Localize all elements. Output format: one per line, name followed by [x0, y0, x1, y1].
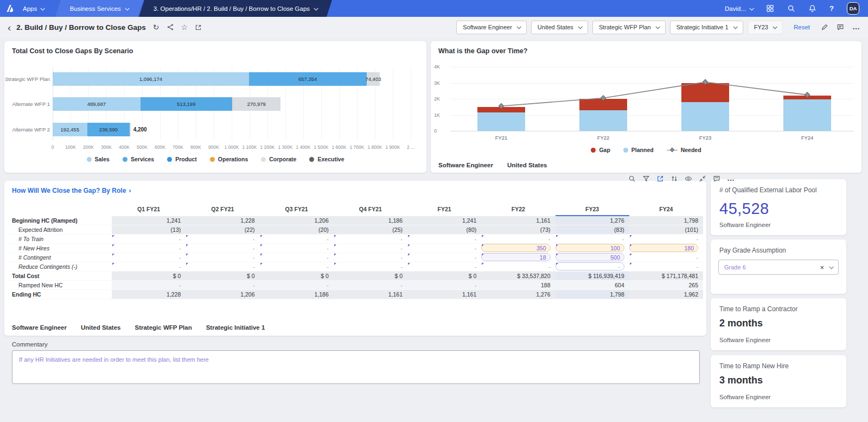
user-avatar[interactable]: DA: [847, 2, 859, 15]
present-icon[interactable]: [195, 24, 202, 31]
grid-cell[interactable]: -: [481, 262, 555, 271]
grid-cell[interactable]: -: [112, 244, 186, 253]
grid-cell[interactable]: -: [186, 253, 259, 262]
grid-cell[interactable]: 350: [481, 244, 555, 253]
filter-chip-strategic-initiative-1[interactable]: Strategic Initiative 1: [670, 21, 743, 34]
column-header-q4-fy21[interactable]: Q4 FY21: [334, 206, 407, 216]
app-switcher-icon[interactable]: [766, 4, 774, 12]
grid-cell[interactable]: -: [629, 235, 703, 243]
chevron-down-icon: [733, 24, 737, 29]
grid-cell[interactable]: -: [260, 262, 334, 271]
grid-cell[interactable]: 18: [481, 253, 555, 262]
grid-export-icon[interactable]: [656, 175, 664, 182]
column-header-q3-fy21[interactable]: Q3 FY21: [260, 206, 334, 216]
grid-filter-icon[interactable]: [642, 175, 650, 182]
bar-segment: 238,590: [87, 123, 130, 136]
kpi-card-pay-grade: Pay Grade Assumption Grade 6 ×: [711, 240, 846, 294]
x-axis-tick: 800K: [190, 144, 201, 150]
column-header-q1-fy21[interactable]: Q1 FY21: [112, 206, 186, 216]
editable-cell-value[interactable]: 18: [481, 253, 550, 261]
user-menu[interactable]: David...: [725, 5, 753, 12]
column-header-fy24[interactable]: FY24: [629, 206, 703, 216]
help-icon[interactable]: ?: [829, 4, 834, 12]
apps-menu[interactable]: Apps: [20, 0, 53, 17]
grid-more-icon[interactable]: …: [727, 177, 735, 180]
comments-icon[interactable]: [837, 23, 844, 31]
grid-cell[interactable]: -: [334, 235, 407, 243]
grid-cell[interactable]: 180: [629, 244, 703, 253]
grid-cell[interactable]: -: [556, 262, 629, 271]
grid-cell[interactable]: -: [334, 244, 407, 253]
grid-collapse-icon[interactable]: [699, 175, 706, 182]
grid-context-tags: Software EngineerUnited StatesStrategic …: [12, 324, 265, 331]
grid-title-link[interactable]: How Will We Close the Gap? By Role ›: [12, 187, 131, 194]
back-chevron-icon[interactable]: ‹: [8, 22, 11, 33]
tab-current-page[interactable]: 3. Operations/HR / 2. Build / Buy / Borr…: [139, 0, 332, 17]
pay-grade-select[interactable]: Grade 6 ×: [718, 260, 839, 275]
kpi-value: 45,528: [719, 200, 769, 218]
grid-cell: $ 116,939,419: [556, 272, 629, 280]
cost-chart-title: Total Cost to Close Gaps By Scenario: [12, 47, 133, 55]
grid-cell: $ 0: [260, 272, 334, 280]
commentary-label: Commentary: [12, 341, 48, 348]
bar-segment: [130, 123, 130, 136]
editable-cell-value[interactable]: 100: [556, 244, 624, 252]
grid-cell[interactable]: -: [260, 253, 334, 262]
editable-cell-value[interactable]: 180: [629, 244, 698, 252]
favorite-star-icon[interactable]: ☆: [181, 23, 188, 31]
grid-cell[interactable]: -: [260, 235, 334, 243]
sync-icon[interactable]: ↻: [153, 23, 159, 31]
row-label: # Contingent: [8, 253, 112, 262]
gap-bar: [681, 83, 729, 102]
grid-visibility-icon[interactable]: [685, 175, 692, 182]
grid-cell[interactable]: -: [260, 244, 334, 253]
grid-cell[interactable]: -: [629, 253, 703, 262]
tab-business-services[interactable]: Business Services: [55, 0, 143, 17]
grid-cell[interactable]: -: [112, 262, 186, 271]
grid-cell[interactable]: -: [112, 253, 186, 262]
filter-chip-fy23[interactable]: FY23: [748, 21, 783, 34]
share-icon[interactable]: [167, 23, 174, 31]
column-header-fy23[interactable]: FY23: [556, 206, 629, 216]
grid-sort-icon[interactable]: [671, 175, 678, 182]
grid-cell[interactable]: -: [112, 235, 186, 243]
grid-row: Ramped New HC-----188604265: [8, 281, 703, 290]
filter-chip-software-engineer[interactable]: Software Engineer: [456, 21, 527, 34]
grid-cell[interactable]: -: [186, 262, 259, 271]
grid-cell[interactable]: -: [629, 262, 703, 271]
grid-cell[interactable]: -: [334, 253, 407, 262]
grid-cell[interactable]: 100: [556, 244, 629, 253]
filter-chip-strategic-wfp-plan[interactable]: Strategic WFP Plan: [592, 21, 666, 34]
more-options-icon[interactable]: …: [852, 26, 860, 29]
anaplan-logo-icon[interactable]: [0, 0, 20, 17]
reset-button[interactable]: Reset: [794, 24, 810, 30]
grid-cell[interactable]: -: [556, 235, 629, 243]
grid-cell[interactable]: -: [407, 235, 481, 243]
grid-comment-icon[interactable]: [713, 175, 720, 182]
grid-cell[interactable]: -: [186, 235, 259, 243]
edit-pencil-icon[interactable]: [821, 23, 828, 31]
editable-cell-value[interactable]: 500: [556, 253, 624, 261]
x-axis-tick: 1 000K: [225, 144, 239, 150]
column-header-fy21[interactable]: FY21: [407, 206, 481, 216]
clear-x-icon[interactable]: ×: [820, 264, 824, 271]
editable-cell-value[interactable]: 350: [481, 244, 550, 252]
search-icon[interactable]: [787, 4, 795, 12]
grid-cell[interactable]: -: [481, 235, 555, 243]
grid-cell[interactable]: -: [407, 262, 481, 271]
column-header-q2-fy21[interactable]: Q2 FY21: [186, 206, 259, 216]
column-header-fy22[interactable]: FY22: [481, 206, 555, 216]
filter-chip-united-states[interactable]: United States: [531, 21, 588, 34]
grid-cell[interactable]: -: [186, 244, 259, 253]
page-title: 2. Build / Buy / Borrow to Close Gaps: [16, 23, 146, 32]
notifications-bell-icon[interactable]: [808, 4, 816, 12]
grid-cell[interactable]: -: [334, 262, 407, 271]
grid-cell[interactable]: -: [407, 253, 481, 262]
commentary-input[interactable]: [12, 350, 700, 384]
grid-search-icon[interactable]: [628, 175, 636, 182]
legend-swatch: [210, 157, 215, 162]
grid-cell[interactable]: 500: [556, 253, 629, 262]
grid-cell[interactable]: -: [407, 244, 481, 253]
gridline: [450, 83, 854, 84]
editable-cell-value[interactable]: -: [556, 262, 624, 270]
